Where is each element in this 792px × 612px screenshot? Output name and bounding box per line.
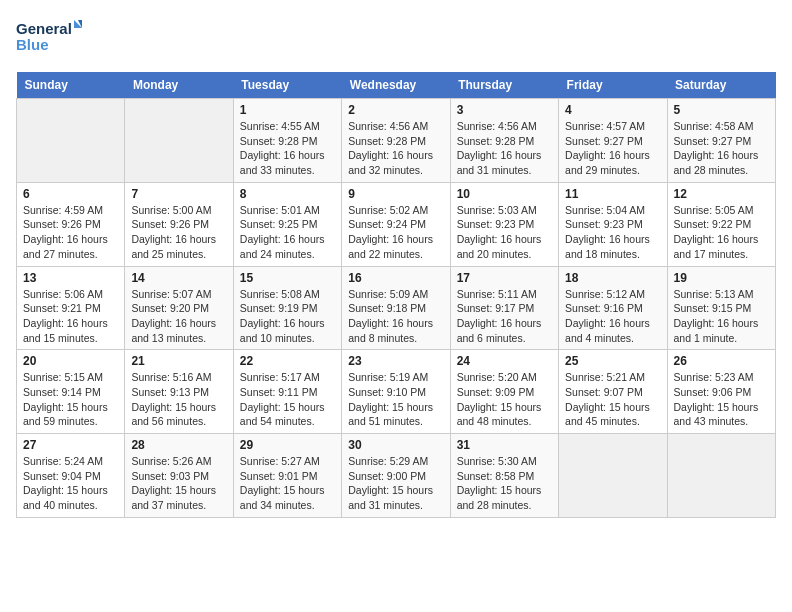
day-info: Sunrise: 5:23 AM Sunset: 9:06 PM Dayligh… [674, 370, 769, 429]
day-number: 28 [131, 438, 226, 452]
page-header: General Blue [16, 16, 776, 60]
day-number: 3 [457, 103, 552, 117]
weekday-header: Wednesday [342, 72, 450, 99]
calendar-cell: 7Sunrise: 5:00 AM Sunset: 9:26 PM Daylig… [125, 182, 233, 266]
day-number: 8 [240, 187, 335, 201]
calendar-cell: 12Sunrise: 5:05 AM Sunset: 9:22 PM Dayli… [667, 182, 775, 266]
calendar-cell: 11Sunrise: 5:04 AM Sunset: 9:23 PM Dayli… [559, 182, 667, 266]
day-info: Sunrise: 5:27 AM Sunset: 9:01 PM Dayligh… [240, 454, 335, 513]
day-info: Sunrise: 5:11 AM Sunset: 9:17 PM Dayligh… [457, 287, 552, 346]
day-number: 16 [348, 271, 443, 285]
calendar-cell: 25Sunrise: 5:21 AM Sunset: 9:07 PM Dayli… [559, 350, 667, 434]
day-info: Sunrise: 5:17 AM Sunset: 9:11 PM Dayligh… [240, 370, 335, 429]
calendar-cell: 3Sunrise: 4:56 AM Sunset: 9:28 PM Daylig… [450, 99, 558, 183]
calendar-cell: 5Sunrise: 4:58 AM Sunset: 9:27 PM Daylig… [667, 99, 775, 183]
logo: General Blue [16, 16, 86, 60]
calendar-week-row: 20Sunrise: 5:15 AM Sunset: 9:14 PM Dayli… [17, 350, 776, 434]
calendar-cell: 22Sunrise: 5:17 AM Sunset: 9:11 PM Dayli… [233, 350, 341, 434]
calendar-week-row: 13Sunrise: 5:06 AM Sunset: 9:21 PM Dayli… [17, 266, 776, 350]
calendar-cell: 10Sunrise: 5:03 AM Sunset: 9:23 PM Dayli… [450, 182, 558, 266]
calendar-week-row: 6Sunrise: 4:59 AM Sunset: 9:26 PM Daylig… [17, 182, 776, 266]
calendar-week-row: 27Sunrise: 5:24 AM Sunset: 9:04 PM Dayli… [17, 434, 776, 518]
calendar-cell: 29Sunrise: 5:27 AM Sunset: 9:01 PM Dayli… [233, 434, 341, 518]
day-info: Sunrise: 5:03 AM Sunset: 9:23 PM Dayligh… [457, 203, 552, 262]
day-number: 17 [457, 271, 552, 285]
day-info: Sunrise: 4:56 AM Sunset: 9:28 PM Dayligh… [348, 119, 443, 178]
svg-text:Blue: Blue [16, 36, 49, 53]
day-info: Sunrise: 5:12 AM Sunset: 9:16 PM Dayligh… [565, 287, 660, 346]
calendar-week-row: 1Sunrise: 4:55 AM Sunset: 9:28 PM Daylig… [17, 99, 776, 183]
calendar-cell: 26Sunrise: 5:23 AM Sunset: 9:06 PM Dayli… [667, 350, 775, 434]
day-number: 12 [674, 187, 769, 201]
calendar-cell: 24Sunrise: 5:20 AM Sunset: 9:09 PM Dayli… [450, 350, 558, 434]
day-info: Sunrise: 5:04 AM Sunset: 9:23 PM Dayligh… [565, 203, 660, 262]
calendar-cell: 4Sunrise: 4:57 AM Sunset: 9:27 PM Daylig… [559, 99, 667, 183]
day-info: Sunrise: 5:00 AM Sunset: 9:26 PM Dayligh… [131, 203, 226, 262]
day-info: Sunrise: 5:26 AM Sunset: 9:03 PM Dayligh… [131, 454, 226, 513]
weekday-header: Friday [559, 72, 667, 99]
day-info: Sunrise: 5:01 AM Sunset: 9:25 PM Dayligh… [240, 203, 335, 262]
calendar-cell: 28Sunrise: 5:26 AM Sunset: 9:03 PM Dayli… [125, 434, 233, 518]
day-number: 11 [565, 187, 660, 201]
day-number: 18 [565, 271, 660, 285]
weekday-header: Monday [125, 72, 233, 99]
day-number: 22 [240, 354, 335, 368]
calendar-cell: 30Sunrise: 5:29 AM Sunset: 9:00 PM Dayli… [342, 434, 450, 518]
day-info: Sunrise: 5:16 AM Sunset: 9:13 PM Dayligh… [131, 370, 226, 429]
day-number: 29 [240, 438, 335, 452]
calendar-body: 1Sunrise: 4:55 AM Sunset: 9:28 PM Daylig… [17, 99, 776, 518]
calendar-cell: 20Sunrise: 5:15 AM Sunset: 9:14 PM Dayli… [17, 350, 125, 434]
calendar-cell: 15Sunrise: 5:08 AM Sunset: 9:19 PM Dayli… [233, 266, 341, 350]
calendar-cell: 17Sunrise: 5:11 AM Sunset: 9:17 PM Dayli… [450, 266, 558, 350]
calendar-cell: 31Sunrise: 5:30 AM Sunset: 8:58 PM Dayli… [450, 434, 558, 518]
day-number: 5 [674, 103, 769, 117]
day-info: Sunrise: 5:21 AM Sunset: 9:07 PM Dayligh… [565, 370, 660, 429]
day-info: Sunrise: 5:06 AM Sunset: 9:21 PM Dayligh… [23, 287, 118, 346]
day-number: 19 [674, 271, 769, 285]
calendar-cell: 18Sunrise: 5:12 AM Sunset: 9:16 PM Dayli… [559, 266, 667, 350]
day-info: Sunrise: 4:55 AM Sunset: 9:28 PM Dayligh… [240, 119, 335, 178]
day-info: Sunrise: 5:02 AM Sunset: 9:24 PM Dayligh… [348, 203, 443, 262]
calendar-cell: 19Sunrise: 5:13 AM Sunset: 9:15 PM Dayli… [667, 266, 775, 350]
calendar-cell: 21Sunrise: 5:16 AM Sunset: 9:13 PM Dayli… [125, 350, 233, 434]
day-info: Sunrise: 5:20 AM Sunset: 9:09 PM Dayligh… [457, 370, 552, 429]
calendar-cell [17, 99, 125, 183]
calendar-cell [559, 434, 667, 518]
day-number: 26 [674, 354, 769, 368]
day-number: 15 [240, 271, 335, 285]
calendar-cell: 27Sunrise: 5:24 AM Sunset: 9:04 PM Dayli… [17, 434, 125, 518]
calendar-cell: 6Sunrise: 4:59 AM Sunset: 9:26 PM Daylig… [17, 182, 125, 266]
day-number: 20 [23, 354, 118, 368]
day-number: 6 [23, 187, 118, 201]
day-number: 2 [348, 103, 443, 117]
day-info: Sunrise: 5:07 AM Sunset: 9:20 PM Dayligh… [131, 287, 226, 346]
day-number: 9 [348, 187, 443, 201]
calendar-cell: 1Sunrise: 4:55 AM Sunset: 9:28 PM Daylig… [233, 99, 341, 183]
day-info: Sunrise: 5:05 AM Sunset: 9:22 PM Dayligh… [674, 203, 769, 262]
weekday-header: Thursday [450, 72, 558, 99]
day-info: Sunrise: 4:56 AM Sunset: 9:28 PM Dayligh… [457, 119, 552, 178]
day-info: Sunrise: 5:24 AM Sunset: 9:04 PM Dayligh… [23, 454, 118, 513]
logo-svg: General Blue [16, 16, 86, 60]
calendar-cell: 8Sunrise: 5:01 AM Sunset: 9:25 PM Daylig… [233, 182, 341, 266]
day-number: 1 [240, 103, 335, 117]
calendar-header: SundayMondayTuesdayWednesdayThursdayFrid… [17, 72, 776, 99]
day-info: Sunrise: 4:59 AM Sunset: 9:26 PM Dayligh… [23, 203, 118, 262]
weekday-header-row: SundayMondayTuesdayWednesdayThursdayFrid… [17, 72, 776, 99]
calendar-cell: 16Sunrise: 5:09 AM Sunset: 9:18 PM Dayli… [342, 266, 450, 350]
calendar-cell: 14Sunrise: 5:07 AM Sunset: 9:20 PM Dayli… [125, 266, 233, 350]
calendar-table: SundayMondayTuesdayWednesdayThursdayFrid… [16, 72, 776, 518]
svg-text:General: General [16, 20, 72, 37]
day-number: 10 [457, 187, 552, 201]
day-info: Sunrise: 5:09 AM Sunset: 9:18 PM Dayligh… [348, 287, 443, 346]
calendar-cell [125, 99, 233, 183]
day-number: 14 [131, 271, 226, 285]
day-info: Sunrise: 5:08 AM Sunset: 9:19 PM Dayligh… [240, 287, 335, 346]
day-number: 13 [23, 271, 118, 285]
day-info: Sunrise: 5:30 AM Sunset: 8:58 PM Dayligh… [457, 454, 552, 513]
day-number: 24 [457, 354, 552, 368]
day-info: Sunrise: 4:58 AM Sunset: 9:27 PM Dayligh… [674, 119, 769, 178]
calendar-cell: 2Sunrise: 4:56 AM Sunset: 9:28 PM Daylig… [342, 99, 450, 183]
weekday-header: Saturday [667, 72, 775, 99]
calendar-cell: 23Sunrise: 5:19 AM Sunset: 9:10 PM Dayli… [342, 350, 450, 434]
